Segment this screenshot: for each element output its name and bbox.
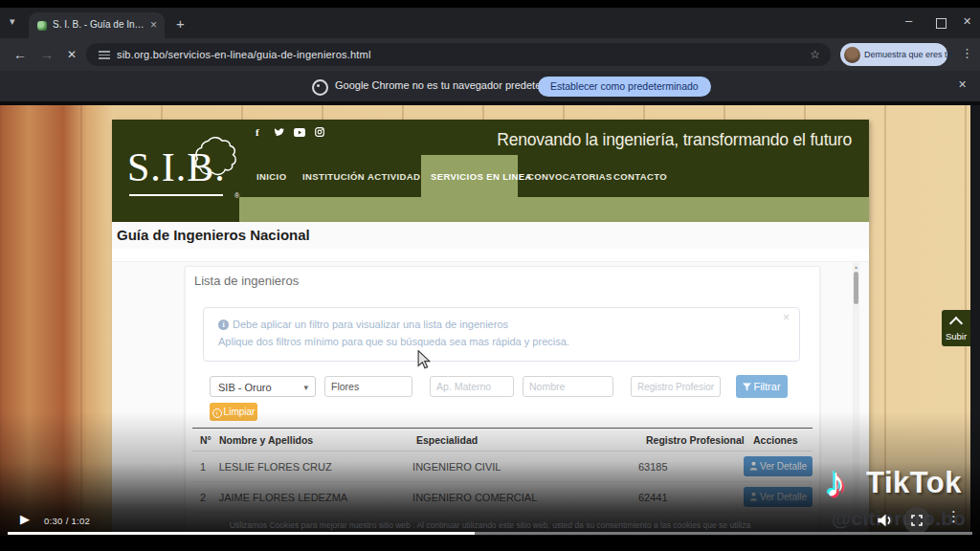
- logo-underline: [129, 194, 223, 196]
- profile-chip-label: Demuestra que eres tú: [864, 50, 952, 59]
- window-maximize-button[interactable]: [936, 18, 947, 29]
- filter-info-box: i Debe aplicar un filtro para visualizar…: [203, 307, 800, 362]
- registered-mark: ®: [234, 192, 239, 199]
- url-text[interactable]: sib.org.bo/servicios-en-linea/guia-de-in…: [117, 49, 371, 60]
- chevron-up-icon: [949, 317, 963, 330]
- video-progress-bar[interactable]: [8, 532, 972, 535]
- video-menu-icon[interactable]: ⋮: [947, 508, 961, 525]
- registro-profesional-input[interactable]: [631, 376, 721, 397]
- nombre-input[interactable]: [523, 376, 613, 397]
- tab-favicon-icon: [37, 21, 47, 31]
- chrome-logo-icon: [312, 79, 328, 96]
- address-bar[interactable]: sib.org.bo/servicios-en-linea/guia-de-in…: [86, 43, 831, 66]
- instagram-icon[interactable]: [315, 127, 324, 137]
- info-line-2: Aplique dos filtros mínimo para que su b…: [218, 336, 569, 347]
- twitter-icon[interactable]: [274, 128, 284, 137]
- nav-item-inicio[interactable]: INICIO: [256, 171, 286, 182]
- bolivia-map-icon: [187, 133, 246, 192]
- tab-search-icon[interactable]: ▾: [10, 15, 15, 28]
- scrollbar-thumb[interactable]: [854, 272, 858, 304]
- youtube-icon[interactable]: [294, 128, 305, 137]
- nav-item-convocatorias[interactable]: CONVOCATORIAS: [527, 171, 612, 182]
- video-time: 0:30 / 1:02: [44, 516, 90, 526]
- scroll-top-label: Subir: [942, 331, 970, 342]
- browser-tab[interactable]: S. I. B. - Guía de Ingenieros ×: [29, 12, 165, 38]
- play-button[interactable]: ▶: [20, 512, 30, 526]
- site-header: S.I.B. ® f INICIO INSTITUCIÓN: [112, 120, 869, 222]
- panel-heading: Lista de ingenieros: [194, 274, 299, 288]
- nav-item-actividad[interactable]: ACTIVIDAD: [368, 171, 420, 182]
- mouse-cursor: [417, 350, 431, 369]
- stop-button[interactable]: ✕: [67, 48, 77, 61]
- set-default-button[interactable]: Establecer como predeterminado: [538, 77, 711, 97]
- nav-item-servicios-en-linea[interactable]: SERVICIOS EN LINEA: [431, 171, 532, 182]
- video-progress-fill: [8, 532, 475, 535]
- page-title: Guía de Ingenieros Nacional: [117, 227, 310, 243]
- filter-button-label: Filtrar: [753, 381, 780, 392]
- profile-chip[interactable]: Demuestra que eres tú: [840, 43, 947, 66]
- site-tagline: Renovando la ingeniería, transformando e…: [497, 130, 852, 150]
- site-info-icon[interactable]: [99, 50, 110, 59]
- back-button[interactable]: ←: [13, 47, 27, 62]
- nav-item-contacto[interactable]: CONTACTO: [613, 171, 667, 182]
- default-browser-infobar: Google Chrome no es tu navegador predete…: [0, 71, 980, 101]
- expand-icon: [911, 515, 923, 526]
- window-close-button[interactable]: ✕: [963, 15, 971, 28]
- bookmark-star-icon[interactable]: ☆: [810, 48, 820, 61]
- tiktok-wordmark: TikTok: [866, 466, 962, 500]
- chevron-down-icon: ▾: [303, 377, 308, 398]
- volume-icon[interactable]: [878, 514, 894, 527]
- browser-tab-bar: ▾ S. I. B. - Guía de Ingenieros × + – ✕: [0, 8, 980, 38]
- department-select[interactable]: SIB - Oruro ▾: [210, 376, 316, 397]
- ap-materno-input[interactable]: [430, 376, 514, 397]
- active-nav-highlight: [421, 155, 518, 222]
- info-line-1: Debe aplicar un filtro para visualizar u…: [233, 319, 508, 330]
- video-player-frame: ▾ S. I. B. - Guía de Ingenieros × + – ✕ …: [0, 0, 980, 551]
- forward-button[interactable]: →: [40, 47, 54, 62]
- window-minimize-button[interactable]: –: [905, 13, 912, 28]
- browser-toolbar: ← → ✕ sib.org.bo/servicios-en-linea/guia…: [0, 38, 980, 71]
- nav-item-institucion[interactable]: INSTITUCIÓN: [302, 171, 365, 182]
- funnel-icon: [743, 383, 751, 391]
- divider: [112, 249, 869, 262]
- infobar-close-icon[interactable]: ✕: [958, 78, 967, 91]
- facebook-icon[interactable]: f: [256, 126, 259, 138]
- new-tab-button[interactable]: +: [176, 15, 185, 32]
- department-select-value: SIB - Oruro: [218, 382, 272, 393]
- ap-paterno-input[interactable]: [324, 376, 412, 397]
- tab-close-icon[interactable]: ×: [150, 18, 157, 32]
- scrollbar-up-icon[interactable]: ▲: [853, 264, 859, 270]
- tiktok-logo-icon: ♪: [825, 458, 846, 506]
- header-bottom-band: [239, 197, 869, 222]
- cookie-notice: Utilizamos Cookies para mejorar nuestro …: [117, 520, 863, 530]
- info-circle-icon: i: [218, 320, 229, 330]
- browser-menu-icon[interactable]: ⋮: [961, 46, 973, 60]
- tab-title: S. I. B. - Guía de Ingenieros: [53, 19, 145, 30]
- avatar: [844, 47, 860, 63]
- info-box-close-icon[interactable]: ×: [783, 311, 790, 324]
- filter-button[interactable]: Filtrar: [736, 375, 788, 398]
- fullscreen-button[interactable]: [903, 507, 930, 534]
- scroll-top-button[interactable]: Subir: [942, 310, 970, 346]
